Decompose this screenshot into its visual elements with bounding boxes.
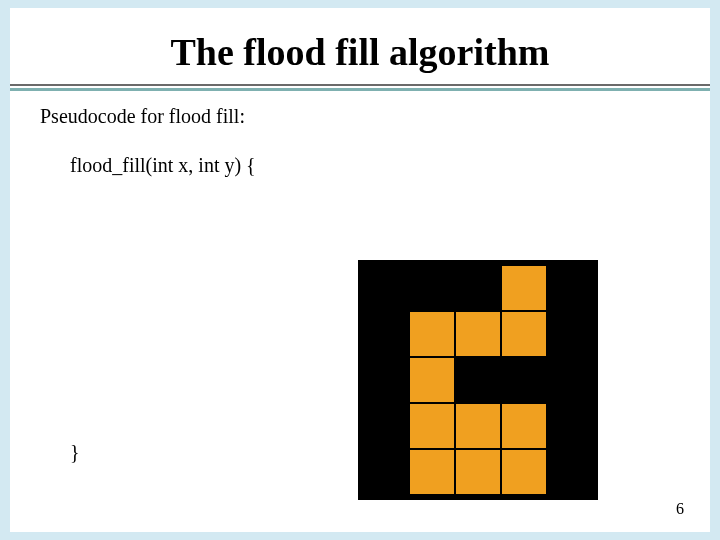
grid-cell (364, 450, 408, 494)
grid-cell (502, 358, 546, 402)
grid-cell (548, 312, 592, 356)
grid-cell (364, 358, 408, 402)
grid-cell (548, 404, 592, 448)
grid-cell (502, 312, 546, 356)
title-rule (10, 84, 710, 91)
grid-cell (410, 266, 454, 310)
grid-cell (548, 450, 592, 494)
grid-cell (502, 450, 546, 494)
grid-cell (456, 266, 500, 310)
grid-cell (548, 266, 592, 310)
slide: The flood fill algorithm Pseudocode for … (10, 8, 710, 532)
grid-cell (502, 404, 546, 448)
grid-cell (364, 312, 408, 356)
page-number: 6 (676, 500, 684, 518)
grid-figure (358, 260, 598, 500)
slide-title: The flood fill algorithm (10, 8, 710, 74)
grid-cell (410, 450, 454, 494)
grid-cell (364, 266, 408, 310)
grid-cell (456, 358, 500, 402)
grid-cell (410, 312, 454, 356)
grid-cell (410, 404, 454, 448)
intro-text: Pseudocode for flood fill: (40, 103, 680, 130)
grid-cell (456, 312, 500, 356)
code-open: flood_fill(int x, int y) { (70, 152, 680, 179)
grid-cell (364, 404, 408, 448)
grid-cell (502, 266, 546, 310)
rule-dark (10, 84, 710, 86)
grid-cell (410, 358, 454, 402)
grid-cell (456, 450, 500, 494)
grid-cell (456, 404, 500, 448)
grid-cell (548, 358, 592, 402)
grid (364, 266, 592, 494)
